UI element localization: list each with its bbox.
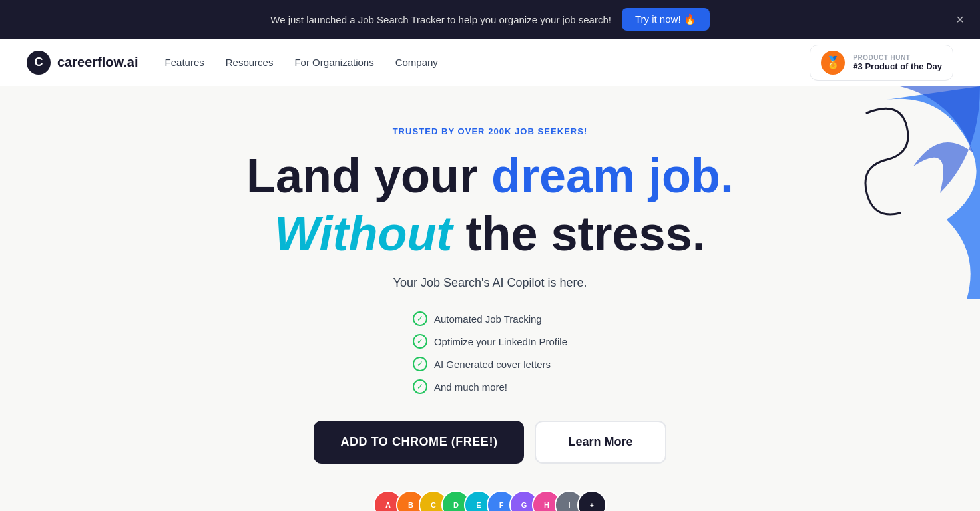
- ph-medal-icon: 🏅: [821, 51, 845, 75]
- hero-title-pre: Land your: [246, 149, 491, 202]
- hero-tagline: Your Job Search's AI Copilot is here.: [393, 276, 587, 290]
- logo-letter: C: [35, 55, 43, 69]
- feature-item-1: ✓ Optimize your LinkedIn Profile: [413, 334, 567, 349]
- check-icon-1: ✓: [413, 334, 427, 349]
- check-icon-2: ✓: [413, 357, 427, 371]
- check-icon-0: ✓: [413, 311, 427, 326]
- ph-label-top: PRODUCT HUNT: [853, 54, 942, 61]
- trusted-count: 200K: [488, 126, 511, 136]
- avatar-cluster: A B C D E F G H I +: [373, 490, 607, 511]
- feature-item-3: ✓ And much more!: [413, 379, 507, 394]
- banner-cta-button[interactable]: Try it now! 🔥: [622, 8, 710, 31]
- trusted-suffix: JOB SEEKERS!: [511, 126, 587, 136]
- cta-buttons: ADD TO CHROME (FREE!) Learn More: [314, 421, 666, 464]
- avatar-badge: +: [577, 490, 607, 511]
- banner-text: We just launched a Job Search Tracker to…: [270, 14, 611, 25]
- nav-resources[interactable]: Resources: [226, 57, 274, 68]
- banner-close-button[interactable]: ×: [956, 12, 964, 27]
- hero-title: Land your dream job.: [246, 150, 734, 202]
- ph-label-bottom: #3 Product of the Day: [853, 61, 942, 71]
- feature-item-0: ✓ Automated Job Tracking: [413, 311, 542, 326]
- hero-section: TRUSTED BY OVER 200K JOB SEEKERS! Land y…: [0, 86, 980, 511]
- logo-icon: C: [27, 51, 51, 75]
- product-hunt-badge[interactable]: 🏅 PRODUCT HUNT #3 Product of the Day: [810, 45, 953, 81]
- nav-organizations[interactable]: For Organizations: [294, 57, 373, 68]
- logo-link[interactable]: C careerflow.ai: [27, 51, 138, 75]
- hero-subtitle: Without the stress.: [274, 208, 705, 260]
- feature-item-2: ✓ AI Generated cover letters: [413, 357, 551, 371]
- feature-label-0: Automated Job Tracking: [434, 313, 542, 325]
- navbar: C careerflow.ai Features Resources For O…: [0, 39, 980, 86]
- learn-more-button[interactable]: Learn More: [535, 421, 666, 464]
- navbar-left: C careerflow.ai Features Resources For O…: [27, 51, 438, 75]
- hero-subtitle-stress: the stress.: [453, 207, 706, 260]
- trusted-badge: TRUSTED BY OVER 200K JOB SEEKERS!: [393, 126, 588, 136]
- avatar-group: A B C D E F G H I +: [373, 490, 607, 511]
- nav-features[interactable]: Features: [165, 57, 204, 68]
- nav-company[interactable]: Company: [395, 57, 438, 68]
- announcement-banner: We just launched a Job Search Tracker to…: [0, 0, 980, 39]
- logo-text: careerflow.ai: [57, 55, 138, 70]
- feature-label-1: Optimize your LinkedIn Profile: [434, 336, 567, 347]
- ph-badge-text: PRODUCT HUNT #3 Product of the Day: [853, 54, 942, 71]
- feature-list: ✓ Automated Job Tracking ✓ Optimize your…: [413, 311, 567, 394]
- check-icon-3: ✓: [413, 379, 427, 394]
- hero-subtitle-without: Without: [274, 207, 452, 260]
- nav-links: Features Resources For Organizations Com…: [165, 57, 438, 69]
- feature-label-2: AI Generated cover letters: [434, 359, 551, 370]
- trusted-prefix: TRUSTED BY OVER: [393, 126, 489, 136]
- add-to-chrome-button[interactable]: ADD TO CHROME (FREE!): [314, 421, 524, 464]
- hero-title-highlight: dream job.: [491, 149, 734, 202]
- feature-label-3: And much more!: [434, 381, 507, 393]
- deco-shape: [847, 86, 980, 299]
